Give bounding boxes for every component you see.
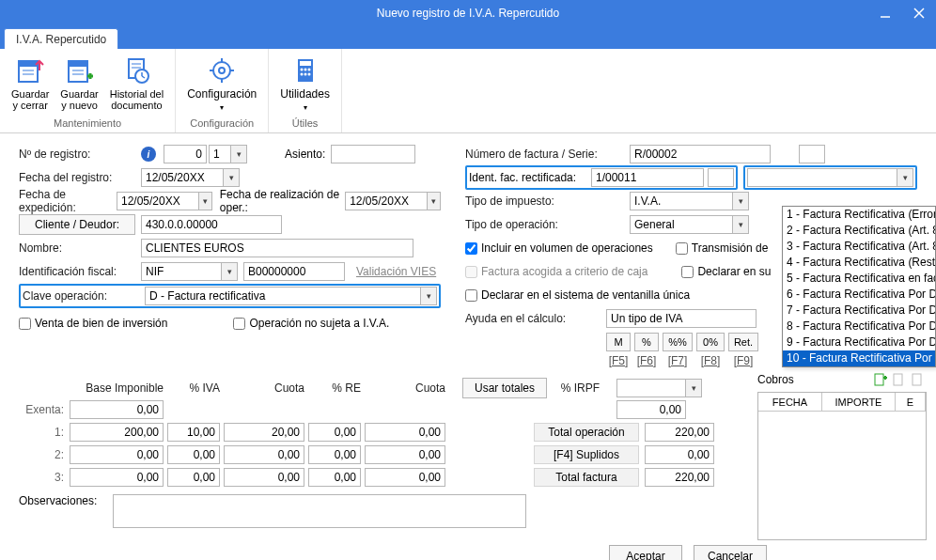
num-factura-serie-input[interactable] — [799, 145, 825, 163]
dd-item-7[interactable]: 7 - Factura Rectificativa Por Dif — [783, 303, 935, 319]
cobros-col-fecha[interactable]: FECHA — [758, 393, 822, 411]
suplidos-value[interactable] — [645, 445, 714, 464]
dd-item-2[interactable]: 2 - Factura Rectificativa (Art. 80 — [783, 223, 935, 239]
cobros-col-e[interactable]: E — [896, 393, 926, 411]
doc-history-button[interactable]: Historial deldocumento — [104, 53, 169, 115]
tipo-impuesto-drop[interactable]: ▾ — [733, 192, 749, 210]
op-no-sujeta-check[interactable]: Operación no sujeta a I.V.A. — [233, 317, 389, 330]
r2-cuota2[interactable] — [365, 445, 445, 464]
save-close-button[interactable]: Guardary cerrar — [6, 53, 55, 115]
save-close-icon — [14, 54, 46, 86]
svg-rect-4 — [19, 61, 38, 67]
irpf-top-input[interactable] — [616, 400, 686, 419]
dd-item-8[interactable]: 8 - Factura Rectificativa Por Dif — [783, 319, 935, 334]
total-op-value[interactable] — [645, 423, 714, 442]
r3-pre[interactable] — [308, 468, 361, 487]
cobros-grid[interactable]: FECHA IMPORTE E — [757, 392, 927, 540]
factura-caja-check: Factura acogida a criterio de caja — [465, 265, 647, 278]
r3-cuota2[interactable] — [365, 468, 445, 487]
save-new-button[interactable]: Guardary nuevo — [55, 53, 103, 115]
ident-fiscal-tipo-drop[interactable]: ▾ — [222, 262, 238, 281]
r2-base[interactable] — [70, 445, 164, 464]
cancelar-button[interactable]: Cancelar — [694, 545, 767, 560]
r3-cuota[interactable] — [224, 468, 304, 487]
n-registro-seq-input[interactable] — [209, 145, 231, 163]
venta-inversion-check[interactable]: Venta de bien de inversión — [19, 317, 167, 330]
fecha-oper-input[interactable] — [345, 192, 428, 210]
irpf-pct-input[interactable] — [616, 379, 686, 397]
fecha-expedicion-input[interactable] — [117, 192, 199, 210]
ident-rect-input[interactable] — [591, 168, 704, 187]
fecha-registro-input[interactable] — [141, 168, 224, 187]
helper-m-button[interactable]: M — [606, 333, 631, 351]
config-button[interactable]: Configuración▾ — [181, 53, 262, 115]
tipo-rectificativa-dropdown-list[interactable]: 1 - Factura Rectificativa (Error f 2 - F… — [782, 206, 936, 367]
cliente-deudor-button[interactable]: Cliente / Deudor: — [19, 214, 135, 235]
dd-item-10[interactable]: 10 - Factura Rectificativa Por D — [783, 350, 935, 366]
ayuda-calculo-input[interactable] — [606, 309, 757, 328]
close-button[interactable] — [902, 0, 936, 26]
r3-piva[interactable] — [167, 468, 220, 487]
tipo-rectificativa-input[interactable] — [747, 168, 897, 187]
n-registro-seq-drop[interactable]: ▾ — [231, 145, 247, 163]
helper-zero-button[interactable]: 0% — [696, 333, 725, 351]
cobros-col-importe[interactable]: IMPORTE — [822, 393, 896, 411]
ident-fiscal-tipo[interactable] — [141, 262, 222, 281]
svg-point-32 — [304, 73, 306, 76]
tipo-operacion-input[interactable] — [630, 215, 733, 234]
r3-base[interactable] — [70, 468, 164, 487]
dd-item-6[interactable]: 6 - Factura Rectificativa Por Dif — [783, 287, 935, 303]
tipo-impuesto-input[interactable] — [630, 192, 733, 210]
utilities-button[interactable]: Utilidades▾ — [274, 53, 335, 115]
clave-operacion-input[interactable] — [145, 287, 421, 305]
r1-cuota2[interactable] — [365, 423, 445, 442]
exenta-input[interactable] — [70, 400, 164, 419]
fecha-registro-drop[interactable]: ▾ — [224, 168, 240, 187]
ident-rect-aux-input[interactable] — [708, 168, 734, 187]
minimize-button[interactable] — [868, 0, 902, 26]
declarar-su-check[interactable]: Declarar en su — [681, 265, 771, 278]
dd-item-9[interactable]: 9 - Factura Rectificativa Por Dif — [783, 334, 935, 350]
dd-item-4[interactable]: 4 - Factura Rectificativa (Resto) — [783, 255, 935, 271]
cobros-new-icon[interactable] — [872, 371, 889, 388]
ident-fiscal-num[interactable] — [243, 262, 345, 281]
fecha-expedicion-drop[interactable]: ▾ — [199, 192, 212, 210]
r1-piva[interactable] — [167, 423, 220, 442]
total-factura-value[interactable] — [645, 468, 714, 487]
declarar-vu-check[interactable]: Declarar en el sistema de ventanilla úni… — [465, 288, 690, 302]
transmision-check[interactable]: Transmisión de — [676, 241, 769, 255]
incluir-volumen-check[interactable]: Incluir en volumen de operaciones — [465, 241, 653, 255]
dd-item-1[interactable]: 1 - Factura Rectificativa (Error f — [783, 207, 935, 223]
usar-totales-button[interactable]: Usar totales — [462, 378, 547, 398]
n-registro-input[interactable] — [164, 145, 207, 163]
fecha-oper-drop[interactable]: ▾ — [428, 192, 441, 210]
irpf-pct-drop[interactable]: ▾ — [686, 379, 702, 397]
r2-piva[interactable] — [167, 445, 220, 464]
clave-operacion-drop[interactable]: ▾ — [421, 287, 437, 305]
dd-item-5[interactable]: 5 - Factura Rectificativa en fact — [783, 271, 935, 287]
r1-base[interactable] — [70, 423, 164, 442]
aceptar-button[interactable]: Aceptar — [609, 545, 682, 560]
cobros-delete-icon[interactable] — [910, 371, 927, 388]
info-icon[interactable]: i — [141, 147, 156, 162]
asiento-input[interactable] — [331, 145, 415, 163]
tipo-rectificativa-drop[interactable]: ▾ — [897, 168, 913, 187]
r1-cuota[interactable] — [224, 423, 304, 442]
r2-pre[interactable] — [308, 445, 361, 464]
cobros-edit-icon[interactable] — [891, 371, 908, 388]
suplidos-label[interactable]: [F4] Suplidos — [534, 445, 639, 464]
helper-ret-button[interactable]: Ret. — [728, 333, 758, 351]
dd-item-3[interactable]: 3 - Factura Rectificativa (Art. 80 — [783, 239, 935, 255]
svg-rect-34 — [875, 374, 883, 385]
num-factura-input[interactable] — [630, 145, 771, 163]
nombre-input[interactable] — [141, 239, 413, 257]
r1-pre[interactable] — [308, 423, 361, 442]
helper-pctpct-button[interactable]: %% — [663, 333, 693, 351]
tab-iva-repercutido[interactable]: I.V.A. Repercutido — [4, 28, 118, 49]
validacion-vies-link[interactable]: Validación VIES — [356, 265, 436, 278]
observaciones-input[interactable] — [113, 494, 526, 528]
helper-pct-button[interactable]: % — [634, 333, 659, 351]
tipo-operacion-drop[interactable]: ▾ — [733, 215, 749, 234]
cliente-input[interactable] — [141, 215, 282, 234]
r2-cuota[interactable] — [224, 445, 304, 464]
